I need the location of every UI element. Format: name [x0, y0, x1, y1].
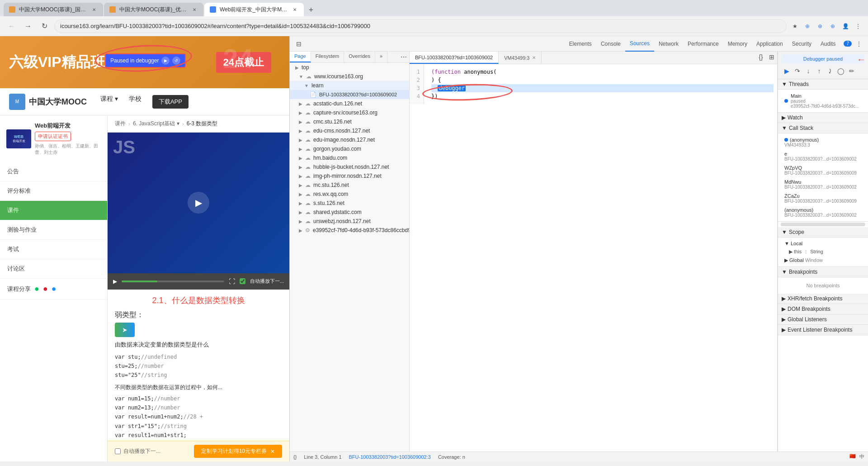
nav-schools[interactable]: 学校 [129, 95, 142, 109]
code-tab-vm-close[interactable]: ✕ [532, 55, 536, 60]
tree-item-bfu[interactable]: 📄 BFU-1003382003?tid=1003609002 [290, 90, 409, 99]
tab-3-close[interactable]: ✕ [291, 6, 298, 13]
event-listeners-header[interactable]: ▶ Event Listener Breakpoints [778, 325, 868, 335]
schedule-close-icon[interactable]: ✕ [270, 448, 275, 455]
xhr-header[interactable]: ▶ XHR/fetch Breakpoints [778, 294, 868, 304]
sidebar-item-homework[interactable]: 测验与作业 [0, 220, 107, 240]
extension-icon-2[interactable]: ⊕ [816, 22, 825, 31]
share-icon[interactable]: ● [52, 284, 57, 294]
menu-icon[interactable]: ⋮ [854, 22, 863, 31]
tree-item-e39[interactable]: ▶ ⚙ e39952cf-7fd0-4d6d-b93f-573dc86ccbd9 [290, 226, 409, 235]
tab-memory[interactable]: Memory [723, 36, 752, 52]
tab-3[interactable]: Web前端开发_中国大学MOOC( ✕ [204, 3, 304, 16]
code-tab-vm[interactable]: VM43499:3 ✕ [499, 52, 542, 64]
callstack-item-2[interactable]: WZpVQ BFU-1003382003?...d=1003609009 [782, 163, 864, 177]
callstack-item-5[interactable]: (anonymous) BFU-1003382003?...d=10036090… [782, 205, 864, 219]
callstack-item-3[interactable]: MdNwu BFU-1003382003?...d=1003609002 [782, 177, 864, 191]
tree-item-acstatic[interactable]: ▶ ☁ acstatic-dun.126.net [290, 99, 409, 108]
call-stack-header[interactable]: ▼ Call Stack [778, 123, 868, 133]
step-into-button[interactable]: ↓ [803, 66, 813, 76]
auto-play-checkbox[interactable] [240, 278, 245, 284]
scope-global[interactable]: ▶ Global Window [782, 256, 864, 265]
tree-item-img-ph[interactable]: ▶ ☁ img-ph-mirror.nosdn.127.net [290, 171, 409, 181]
extension-icon-3[interactable]: ⊕ [828, 22, 837, 31]
tree-item-edu-image[interactable]: ▶ ☁ edu-image.nosdn.127.net [290, 135, 409, 144]
resume-button[interactable]: ▶ [782, 66, 792, 76]
tab-security[interactable]: Security [788, 36, 816, 52]
tab-sources[interactable]: Sources [625, 36, 654, 52]
tree-item-res[interactable]: ▶ ☁ res.wx.qq.com [290, 190, 409, 199]
tab-1[interactable]: 中国大学MOOC(慕课)_国家精品... ✕ [4, 3, 103, 16]
tab-2-close[interactable]: ✕ [191, 6, 198, 13]
tab-application[interactable]: Application [752, 36, 788, 52]
tree-item-mc[interactable]: ▶ ☁ mc.stu.126.net [290, 181, 409, 190]
wechat-icon[interactable]: ● [34, 284, 39, 294]
tree-item-top[interactable]: ▶ top [290, 63, 409, 72]
progress-bar[interactable] [122, 281, 224, 282]
tree-item-cmc[interactable]: ▶ ☁ cmc.stu.126.net [290, 117, 409, 126]
extension-icon-1[interactable]: ⊕ [803, 22, 812, 31]
address-bar[interactable]: icourse163.org/learn/BFU-1003382003?tid=… [54, 19, 787, 33]
sources-tab-page[interactable]: Page [290, 52, 311, 62]
devtools-undock-button[interactable]: ⊟ [293, 38, 304, 49]
tree-item-www[interactable]: ▼ ☁ www.icourse163.org [290, 72, 409, 81]
tree-item-hm[interactable]: ▶ ☁ hm.baidu.com [290, 153, 409, 162]
tree-item-urs[interactable]: ▶ ☁ urswebzj.nosdn.127.net [290, 217, 409, 226]
sources-tab-more[interactable]: » [375, 52, 387, 62]
play-button[interactable]: ▶ [188, 192, 209, 214]
breadcrumb-item-2[interactable]: 6. JavaScript基础 ▾ [133, 120, 179, 128]
sidebar-item-grading[interactable]: 评分标准 [0, 181, 107, 201]
callstack-item-0[interactable]: (anonymous) VM434933:3 [782, 135, 864, 149]
step-over-button[interactable]: ↷ [793, 66, 802, 76]
autoplay-input[interactable] [115, 448, 121, 454]
status-file[interactable]: BFU-1003382003?tid=1003609002:3 [349, 454, 431, 460]
cert-button[interactable]: 申请认证证书 [35, 132, 71, 141]
sidebar-item-exam[interactable]: 考试 [0, 240, 107, 259]
code-editor-format[interactable]: {} [755, 52, 766, 62]
tab-audits[interactable]: Audits [816, 36, 840, 52]
scope-header[interactable]: ▼ Scope [778, 227, 868, 238]
tab-1-close[interactable]: ✕ [90, 6, 98, 13]
callstack-item-1[interactable]: e BFU-1003382003?...d=1003609002 [782, 149, 864, 163]
step-out-button[interactable]: ↑ [814, 66, 824, 76]
watch-header[interactable]: ▶ Watch [778, 113, 868, 123]
threads-header[interactable]: ▼ Threads [778, 79, 868, 90]
play-control[interactable]: ▶ [113, 278, 117, 285]
code-tab-bfu[interactable]: BFU-1003382003?tid=1003609002 [410, 52, 499, 64]
tree-item-edu-cms[interactable]: ▶ ☁ edu-cms.nosdn.127.net [290, 126, 409, 135]
refresh-button[interactable]: ↻ [38, 20, 51, 33]
tree-item-shared[interactable]: ▶ ☁ shared.ydstatic.com [290, 208, 409, 217]
nav-courses[interactable]: 课程 ▾ [100, 95, 118, 109]
tab-elements[interactable]: Elements [565, 36, 596, 52]
breadcrumb-item-1[interactable]: 课件 [115, 120, 126, 128]
tab-2[interactable]: 中国大学MOOC(慕课)_优质在线... ✕ [104, 3, 203, 16]
deactivate-breakpoints-button[interactable]: ◯ [836, 66, 846, 76]
devtools-more-button[interactable]: ⋮ [854, 38, 864, 49]
forward-button[interactable]: → [22, 20, 34, 33]
sidebar-item-notice[interactable]: 公告 [0, 162, 107, 181]
tab-performance[interactable]: Performance [683, 36, 723, 52]
tab-network[interactable]: Network [654, 36, 683, 52]
tree-item-s[interactable]: ▶ ☁ s.stu.126.net [290, 199, 409, 208]
bookmark-icon[interactable]: ★ [790, 22, 799, 31]
callstack-scrollbar[interactable] [781, 223, 865, 226]
sidebar-item-forum[interactable]: 讨论区 [0, 259, 107, 279]
sidebar-item-share[interactable]: 课程分享 ● ● ● [0, 279, 107, 300]
code-editor-search[interactable]: ⊞ [766, 52, 777, 62]
dom-header[interactable]: ▶ DOM Breakpoints [778, 304, 868, 314]
profile-icon[interactable]: 👤 [841, 22, 850, 31]
sources-tab-overrides[interactable]: Overrides [344, 52, 375, 62]
nav-download-app[interactable]: 下载APP [152, 95, 189, 109]
tree-item-capture[interactable]: ▶ ☁ capture-srv.icourse163.org [290, 108, 409, 117]
schedule-cta[interactable]: 定制学习计划得10元专栏券 ✕ [194, 445, 282, 458]
sources-tab-filesystem[interactable]: Filesystem [311, 52, 344, 62]
braces-icon[interactable]: {} [293, 454, 297, 460]
new-tab-button[interactable]: + [305, 4, 317, 16]
tree-item-learn[interactable]: ▼ learn [290, 81, 409, 90]
step-button[interactable]: ⤸ [825, 66, 835, 76]
weibo-icon[interactable]: ● [43, 284, 48, 294]
tab-console[interactable]: Console [596, 36, 625, 52]
callstack-item-4[interactable]: ZCaZu BFU-1003382003?...d=1003609009 [782, 191, 864, 205]
pause-on-exceptions-button[interactable]: ✏ [847, 66, 857, 76]
tree-item-gorgon[interactable]: ▶ ☁ gorgon.youdao.com [290, 144, 409, 153]
